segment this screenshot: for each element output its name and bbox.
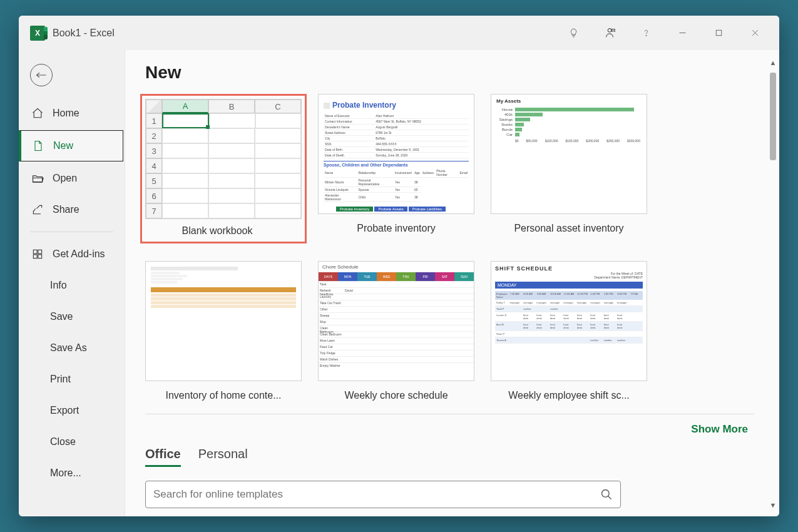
home-icon xyxy=(31,107,44,120)
feedback-icon[interactable] xyxy=(591,18,628,48)
template-thumbnail xyxy=(145,261,302,381)
sidebar-item-print[interactable]: Print xyxy=(19,364,125,395)
template-thumbnail: A B C 1 2 3 4 5 6 7 xyxy=(145,99,302,219)
template-thumbnail: SHIFT SCHEDULE For the Week of: DATEDepa… xyxy=(491,261,647,381)
sidebar-item-label: Get Add-ins xyxy=(53,248,105,260)
new-icon xyxy=(32,140,44,152)
template-thumbnail: Probate Inventory Name of ExecutorAlan H… xyxy=(318,94,474,214)
help-icon[interactable] xyxy=(628,18,664,48)
scroll-up-arrow[interactable]: ▲ xyxy=(768,58,778,68)
sidebar-item-new[interactable]: New xyxy=(19,130,123,161)
template-search[interactable] xyxy=(145,481,621,508)
sidebar-item-share[interactable]: Share xyxy=(19,194,125,225)
back-button[interactable] xyxy=(30,64,53,86)
template-weekly-employee-shift[interactable]: SHIFT SCHEDULE For the Week of: DATEDepa… xyxy=(491,261,647,401)
template-label: Inventory of home conte... xyxy=(166,390,282,401)
close-button[interactable] xyxy=(737,18,773,48)
main-content: New A B C 1 xyxy=(125,50,779,516)
show-more-link[interactable]: Show More xyxy=(145,423,779,436)
sidebar-item-label: Open xyxy=(53,173,77,184)
scroll-down-arrow[interactable]: ▼ xyxy=(768,500,778,510)
maximize-button[interactable] xyxy=(700,18,737,48)
sidebar-item-more[interactable]: More... xyxy=(19,458,125,489)
template-weekly-chore-schedule[interactable]: Chore Schedule DAYSMONTUEWEDTHUFRISATSUN… xyxy=(318,261,474,401)
sidebar-item-save[interactable]: Save xyxy=(19,301,125,332)
sidebar-item-get-addins[interactable]: Get Add-ins xyxy=(19,238,125,270)
svg-line-12 xyxy=(608,496,611,499)
template-label: Probate inventory xyxy=(357,223,435,234)
template-personal-asset-inventory[interactable]: My Assets House401kSavingsStocksBondsCar… xyxy=(491,94,647,243)
template-blank-workbook[interactable]: A B C 1 2 3 4 5 6 7 xyxy=(145,94,302,243)
template-grid: A B C 1 2 3 4 5 6 7 xyxy=(145,94,779,401)
sidebar-item-label: Home xyxy=(53,108,79,119)
svg-rect-10 xyxy=(38,255,42,258)
backstage-sidebar: Home New Open Share Get Add-ins Info Sav… xyxy=(19,50,125,516)
template-label: Weekly employee shift sc... xyxy=(508,390,630,401)
vertical-scrollbar[interactable]: ▲ ▼ xyxy=(768,58,778,510)
divider xyxy=(145,414,754,414)
sidebar-item-info[interactable]: Info xyxy=(19,270,125,301)
svg-point-0 xyxy=(608,28,611,32)
search-icon xyxy=(600,488,613,501)
share-icon xyxy=(31,203,44,216)
tab-personal[interactable]: Personal xyxy=(198,447,248,467)
titlebar: X Book1 - Excel xyxy=(19,16,779,50)
template-thumbnail: Chore Schedule DAYSMONTUEWEDTHUFRISATSUN… xyxy=(318,261,474,381)
sidebar-divider xyxy=(30,232,113,232)
scroll-thumb[interactable] xyxy=(770,73,776,160)
template-label: Personal asset inventory xyxy=(514,223,623,234)
template-source-tabs: Office Personal xyxy=(145,447,779,467)
app-window: X Book1 - Excel Home xyxy=(19,16,779,516)
svg-point-1 xyxy=(645,35,646,36)
svg-point-11 xyxy=(602,490,610,498)
sidebar-item-open[interactable]: Open xyxy=(19,163,125,194)
svg-rect-7 xyxy=(33,250,37,253)
template-label: Weekly chore schedule xyxy=(344,390,448,401)
template-thumbnail: My Assets House401kSavingsStocksBondsCar… xyxy=(491,94,647,214)
sidebar-item-label: New xyxy=(53,140,73,151)
sidebar-item-export[interactable]: Export xyxy=(19,395,125,426)
minimize-button[interactable] xyxy=(664,18,700,48)
page-title: New xyxy=(145,63,779,83)
template-probate-inventory[interactable]: Probate Inventory Name of ExecutorAlan H… xyxy=(318,94,474,243)
svg-rect-3 xyxy=(716,30,722,36)
open-icon xyxy=(31,172,44,185)
template-inventory-home-contents[interactable]: Inventory of home conte... xyxy=(145,261,302,401)
sidebar-item-label: Share xyxy=(53,204,79,215)
tab-office[interactable]: Office xyxy=(145,447,181,467)
sidebar-item-save-as[interactable]: Save As xyxy=(19,332,125,364)
addins-icon xyxy=(31,248,44,260)
sidebar-item-close[interactable]: Close xyxy=(19,426,125,458)
excel-app-icon: X xyxy=(30,26,45,41)
svg-rect-8 xyxy=(38,250,42,253)
search-input[interactable] xyxy=(153,488,600,501)
window-title: Book1 - Excel xyxy=(53,28,115,39)
svg-rect-9 xyxy=(33,255,37,258)
sidebar-item-home[interactable]: Home xyxy=(19,98,125,129)
lightbulb-icon[interactable] xyxy=(555,18,591,48)
template-label: Blank workbook xyxy=(142,225,292,237)
